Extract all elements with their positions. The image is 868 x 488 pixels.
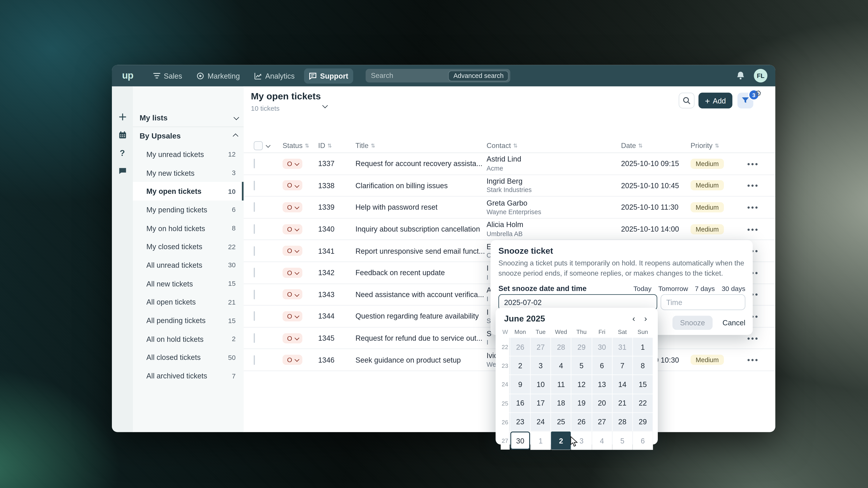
col-status[interactable]: Status⇅ — [283, 141, 318, 149]
select-menu-chevron-icon[interactable] — [266, 143, 270, 147]
cancel-button[interactable]: Cancel — [722, 319, 745, 327]
row-checkbox[interactable] — [254, 268, 255, 278]
calendar-icon[interactable] — [112, 128, 133, 142]
status-badge[interactable]: O — [283, 159, 303, 169]
quick-option-tomorrow[interactable]: Tomorrow — [658, 285, 688, 292]
title-chevron-down-icon[interactable] — [323, 100, 327, 110]
sidebar-item-my-closed-tickets[interactable]: My closed tickets22 — [133, 237, 244, 256]
row-checkbox[interactable] — [254, 246, 255, 256]
calendar-day-28[interactable]: 28 — [612, 413, 632, 431]
calendar-day-16[interactable]: 16 — [510, 394, 530, 412]
status-badge[interactable]: O — [283, 355, 303, 365]
row-checkbox[interactable] — [254, 355, 255, 365]
sidebar-item-all-on-hold-tickets[interactable]: All on hold tickets2 — [133, 330, 244, 348]
calendar-day-27[interactable]: 27 — [531, 338, 551, 356]
calendar-day-22[interactable]: 22 — [633, 394, 653, 412]
quick-option-today[interactable]: Today — [633, 285, 651, 292]
status-badge[interactable]: O — [283, 224, 303, 234]
calendar-day-18[interactable]: 18 — [551, 394, 571, 412]
sidebar-item-all-archived-tickets[interactable]: All archived tickets7 — [133, 367, 244, 385]
calendar-day-1[interactable]: 1 — [633, 338, 653, 356]
column-settings-gear-icon[interactable]: ⚙ — [755, 89, 762, 97]
calendar-day-7[interactable]: 7 — [612, 357, 632, 375]
calendar-day-24[interactable]: 24 — [531, 413, 551, 431]
snooze-button[interactable]: Snooze — [673, 316, 712, 330]
feedback-chat-icon[interactable] — [112, 164, 133, 177]
calendar-prev-icon[interactable]: ‹ — [632, 314, 636, 323]
calendar-day-26[interactable]: 26 — [510, 338, 530, 356]
table-row-1339[interactable]: O1339Help with password resetGreta Garbo… — [244, 197, 776, 218]
calendar-day-8[interactable]: 8 — [633, 357, 653, 375]
sidebar-item-all-pending-tickets[interactable]: All pending tickets15 — [133, 311, 244, 330]
status-badge[interactable]: O — [283, 180, 303, 191]
quick-option-30-days[interactable]: 30 days — [721, 285, 745, 292]
calendar-day-12[interactable]: 12 — [572, 375, 592, 393]
global-search-input[interactable]: Search Advanced search — [366, 69, 510, 83]
sidebar-item-all-closed-tickets[interactable]: All closed tickets50 — [133, 348, 244, 367]
row-menu-icon[interactable]: ●●● — [747, 226, 775, 232]
calendar-day-9[interactable]: 9 — [510, 375, 530, 393]
calendar-day-4[interactable]: 4 — [592, 431, 612, 450]
sidebar-item-my-new-tickets[interactable]: My new tickets3 — [133, 164, 244, 182]
status-badge[interactable]: O — [283, 246, 303, 256]
sidebar-item-my-on-hold-tickets[interactable]: My on hold tickets8 — [133, 219, 244, 237]
status-badge[interactable]: O — [283, 311, 303, 321]
col-id[interactable]: ID⇅ — [318, 141, 355, 149]
calendar-day-31[interactable]: 31 — [612, 338, 632, 356]
calendar-day-2-selected[interactable]: 2 — [551, 431, 571, 450]
calendar-day-20[interactable]: 20 — [592, 394, 612, 412]
col-contact[interactable]: Contact⇅ — [487, 141, 621, 149]
col-title[interactable]: Title⇅ — [355, 141, 487, 149]
row-checkbox[interactable] — [254, 181, 255, 191]
calendar-day-2[interactable]: 2 — [510, 357, 530, 375]
col-priority[interactable]: Priority⇅ — [690, 141, 747, 149]
calendar-day-3[interactable]: 3 — [531, 357, 551, 375]
table-search-button[interactable] — [679, 93, 694, 108]
calendar-day-15[interactable]: 15 — [633, 375, 653, 393]
quick-option-7-days[interactable]: 7 days — [695, 285, 715, 292]
calendar-day-30-today[interactable]: 30 — [510, 431, 530, 450]
calendar-day-10[interactable]: 10 — [531, 375, 551, 393]
table-row-1338[interactable]: O1338Clarification on billing issuesIngr… — [244, 175, 776, 197]
calendar-day-14[interactable]: 14 — [612, 375, 632, 393]
nav-tab-analytics[interactable]: Analytics — [249, 68, 300, 84]
help-icon[interactable]: ? — [112, 146, 133, 159]
bell-icon[interactable] — [737, 71, 745, 80]
sidebar-item-all-new-tickets[interactable]: All new tickets15 — [133, 274, 244, 293]
add-list-icon[interactable] — [112, 110, 133, 124]
calendar-day-27[interactable]: 27 — [592, 413, 612, 431]
nav-tab-marketing[interactable]: Marketing — [192, 68, 245, 84]
calendar-next-icon[interactable]: › — [644, 314, 647, 323]
row-menu-icon[interactable]: ●●● — [747, 161, 775, 166]
calendar-day-29[interactable]: 29 — [572, 338, 592, 356]
row-checkbox[interactable] — [254, 312, 255, 321]
select-all-checkbox[interactable] — [254, 141, 263, 150]
calendar-day-23[interactable]: 23 — [510, 413, 530, 431]
calendar-day-21[interactable]: 21 — [612, 394, 632, 412]
calendar-day-5[interactable]: 5 — [612, 431, 632, 450]
sidebar-item-my-unread-tickets[interactable]: My unread tickets12 — [133, 145, 244, 164]
calendar-day-29[interactable]: 29 — [633, 413, 653, 431]
row-checkbox[interactable] — [254, 159, 255, 168]
calendar-day-4[interactable]: 4 — [551, 357, 571, 375]
calendar-day-19[interactable]: 19 — [572, 394, 592, 412]
sidebar-item-my-pending-tickets[interactable]: My pending tickets6 — [133, 201, 244, 219]
status-badge[interactable]: O — [283, 333, 303, 343]
col-date[interactable]: Date⇅ — [621, 141, 691, 149]
avatar[interactable]: FL — [754, 69, 767, 83]
table-row-1340[interactable]: O1340Inquiry about subscription cancella… — [244, 219, 776, 240]
calendar-day-25[interactable]: 25 — [551, 413, 571, 431]
advanced-search-button[interactable]: Advanced search — [448, 70, 508, 81]
upsales-logo[interactable]: up — [122, 70, 133, 81]
calendar-day-26[interactable]: 26 — [572, 413, 592, 431]
calendar-day-6[interactable]: 6 — [592, 357, 612, 375]
calendar-day-30[interactable]: 30 — [592, 338, 612, 356]
table-row-1337[interactable]: O1337Request for account recovery assist… — [244, 153, 776, 175]
section-my-lists[interactable]: My lists — [140, 109, 238, 127]
add-ticket-button[interactable]: + Add — [699, 93, 733, 108]
row-checkbox[interactable] — [254, 333, 255, 343]
row-menu-icon[interactable]: ●●● — [747, 183, 775, 188]
row-menu-icon[interactable]: ●●● — [747, 204, 775, 210]
sidebar-item-my-open-tickets[interactable]: My open tickets10 — [133, 182, 244, 201]
section-by-upsales[interactable]: By Upsales — [140, 127, 238, 145]
